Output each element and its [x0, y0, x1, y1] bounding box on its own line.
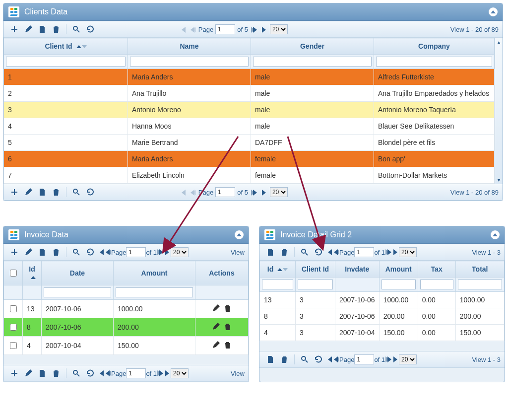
filter-client-id[interactable]: [6, 57, 126, 67]
page-input[interactable]: [354, 247, 374, 257]
table-row[interactable]: 132007-10-061000.00: [4, 300, 249, 318]
table-row[interactable]: 6Maria AndersfemaleBon app': [4, 151, 495, 167]
col-client-id[interactable]: Client Id: [4, 38, 128, 55]
col-invdate[interactable]: Invdate: [335, 261, 380, 278]
search-icon[interactable]: [72, 248, 81, 257]
row-checkbox[interactable]: [10, 324, 17, 331]
prev-page-icon[interactable]: [332, 355, 339, 364]
add-icon[interactable]: [10, 369, 19, 378]
table-row[interactable]: 7Elizabeth LincolnfemaleBottom-Dollar Ma…: [4, 167, 495, 184]
row-checkbox[interactable]: [10, 342, 17, 349]
filter-total[interactable]: [458, 280, 502, 289]
refresh-icon[interactable]: [314, 355, 323, 364]
page-input[interactable]: [215, 24, 235, 34]
filter-company[interactable]: [376, 57, 492, 67]
delete-row-icon[interactable]: [224, 323, 232, 331]
page-icon[interactable]: [38, 25, 47, 34]
delete-icon[interactable]: [52, 248, 61, 257]
prev-page-icon[interactable]: [104, 248, 111, 257]
col-total[interactable]: Total: [455, 261, 504, 278]
page-input[interactable]: [126, 247, 146, 257]
edit-icon[interactable]: [24, 188, 33, 197]
filter-client[interactable]: [298, 280, 333, 289]
page-input[interactable]: [354, 354, 374, 364]
prev-page-icon[interactable]: [332, 248, 339, 257]
table-row[interactable]: 1Maria AndersmaleAlfreds Futterkiste: [4, 69, 495, 85]
page-input[interactable]: [126, 368, 146, 378]
first-page-icon[interactable]: [325, 355, 332, 364]
col-client[interactable]: Client Id: [296, 261, 335, 278]
edit-icon[interactable]: [24, 25, 33, 34]
col-id[interactable]: Id: [23, 261, 42, 285]
filter-amount[interactable]: [381, 280, 416, 289]
delete-row-icon[interactable]: [224, 304, 232, 312]
delete-icon[interactable]: [280, 355, 289, 364]
collapse-icon[interactable]: [489, 7, 498, 16]
filter-id[interactable]: [262, 280, 293, 289]
next-page-icon[interactable]: [250, 188, 258, 196]
refresh-icon[interactable]: [86, 188, 95, 197]
prev-page-icon[interactable]: [189, 188, 196, 196]
table-row[interactable]: 82007-10-06200.00: [4, 318, 249, 337]
per-page-select[interactable]: 20: [171, 368, 189, 378]
table-row[interactable]: 42007-10-04150.00: [4, 337, 249, 355]
first-page-icon[interactable]: [179, 188, 187, 196]
next-page-icon[interactable]: [250, 25, 258, 33]
col-tax[interactable]: Tax: [418, 261, 455, 278]
refresh-icon[interactable]: [86, 248, 95, 257]
last-page-icon[interactable]: [164, 369, 171, 378]
last-page-icon[interactable]: [392, 248, 399, 257]
page-icon[interactable]: [38, 369, 47, 378]
row-checkbox[interactable]: [10, 305, 17, 312]
collapse-icon[interactable]: [235, 230, 244, 239]
first-page-icon[interactable]: [179, 25, 187, 33]
per-page-select[interactable]: 20: [270, 187, 288, 197]
last-page-icon[interactable]: [260, 25, 268, 33]
col-gender[interactable]: Gender: [251, 38, 374, 55]
next-page-icon[interactable]: [385, 248, 392, 257]
clients-scrollbar[interactable]: ▴ ▾: [495, 38, 503, 184]
refresh-icon[interactable]: [314, 248, 323, 257]
add-icon[interactable]: [10, 25, 19, 34]
search-icon[interactable]: [72, 369, 81, 378]
table-row[interactable]: 832007-10-06200.000.00200.00: [260, 308, 505, 325]
collapse-icon[interactable]: [491, 230, 500, 239]
next-page-icon[interactable]: [157, 248, 164, 257]
first-page-icon[interactable]: [325, 248, 332, 257]
col-checkbox[interactable]: [4, 261, 23, 285]
page-input[interactable]: [215, 187, 235, 197]
col-amount[interactable]: Amount: [114, 261, 195, 285]
scroll-down-icon[interactable]: ▾: [495, 176, 503, 184]
add-icon[interactable]: [10, 188, 19, 197]
delete-row-icon[interactable]: [224, 341, 232, 349]
table-row[interactable]: 3Antonio MorenomaleAntonio Moreno Taquer…: [4, 102, 495, 118]
filter-amount[interactable]: [116, 287, 193, 297]
edit-row-icon[interactable]: [212, 304, 220, 312]
delete-icon[interactable]: [52, 25, 61, 34]
delete-icon[interactable]: [52, 369, 61, 378]
per-page-select[interactable]: 20: [399, 247, 417, 257]
scroll-up-icon[interactable]: ▴: [495, 38, 503, 46]
per-page-select[interactable]: 20: [399, 354, 417, 364]
last-page-icon[interactable]: [392, 355, 399, 364]
table-row[interactable]: 1332007-10-061000.000.001000.00: [260, 292, 505, 308]
add-icon[interactable]: [10, 248, 19, 257]
col-date[interactable]: Date: [42, 261, 114, 285]
filter-name[interactable]: [130, 57, 249, 67]
col-company[interactable]: Company: [374, 38, 495, 55]
prev-page-icon[interactable]: [104, 369, 111, 378]
col-amount[interactable]: Amount: [379, 261, 418, 278]
page-icon[interactable]: [38, 188, 47, 197]
last-page-icon[interactable]: [164, 248, 171, 257]
edit-row-icon[interactable]: [212, 323, 220, 331]
col-id[interactable]: Id: [260, 261, 296, 278]
table-row[interactable]: 4Hanna MoosmaleBlauer See Delikatessen: [4, 118, 495, 135]
table-row[interactable]: 2Ana TrujillomaleAna Trujillo Emparedado…: [4, 85, 495, 102]
page-icon[interactable]: [38, 248, 47, 257]
per-page-select[interactable]: 20: [270, 24, 288, 34]
search-icon[interactable]: [72, 188, 81, 197]
page-icon[interactable]: [266, 248, 275, 257]
edit-row-icon[interactable]: [212, 341, 220, 349]
select-all-checkbox[interactable]: [10, 270, 17, 277]
refresh-icon[interactable]: [86, 369, 95, 378]
